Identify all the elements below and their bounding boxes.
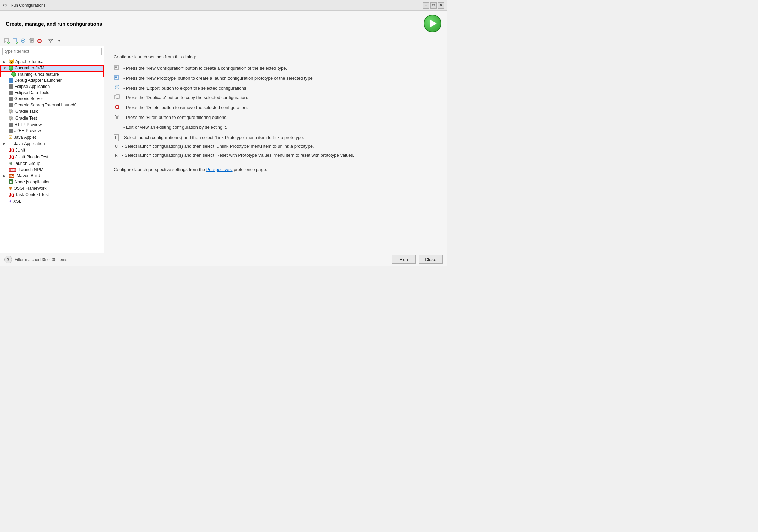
debug-adapter-icon	[9, 78, 13, 83]
perspectives-link[interactable]: Perspectives'	[206, 167, 233, 172]
unlink-help-icon: U	[114, 143, 119, 150]
cucumber-child-icon	[11, 72, 16, 77]
filter-input[interactable]	[2, 48, 102, 55]
new-config-help-icon	[114, 65, 121, 73]
tree-item-label: Task Context Test	[15, 192, 49, 197]
reset-help-icon: R	[114, 152, 119, 159]
filter-toolbar-btn[interactable]	[47, 37, 54, 45]
new-config-toolbar-btn[interactable]	[3, 37, 11, 45]
java-applet-icon: ☑	[9, 135, 13, 140]
junit-plugin-icon: Jü	[9, 154, 14, 160]
run-button[interactable]	[424, 15, 441, 32]
tree-item-java-app[interactable]: ▶ ☐ Java Application	[0, 140, 104, 147]
tree-item-gradle-task[interactable]: ▶ 🐘 Gradle Task	[0, 108, 104, 115]
new-prototype-toolbar-btn[interactable]	[11, 37, 19, 45]
delete-toolbar-btn[interactable]	[36, 37, 43, 45]
help-text-delete: - Press the 'Delete' button to remove th…	[123, 104, 248, 111]
expand-icon: ▼	[3, 66, 7, 70]
toolbar-sep-1	[45, 38, 45, 44]
duplicate-help-icon	[114, 94, 121, 103]
export-toolbar-btn[interactable]	[19, 37, 27, 45]
tree-item-j2ee-preview[interactable]: ▶ J2EE Preview	[0, 128, 104, 134]
tree-item-osgi[interactable]: ▶ ⊕ OSGi Framework	[0, 185, 104, 191]
help-text-duplicate: - Press the 'Duplicate' button to copy t…	[123, 94, 248, 101]
cucumber-icon	[9, 66, 13, 71]
tree-item-label: J2EE Preview	[14, 128, 41, 133]
help-text: Configure launch settings from this dial…	[114, 53, 437, 173]
help-text-edit: - Edit or view an existing configuration…	[123, 124, 227, 131]
tree-item-apache-tomcat[interactable]: ▶ 🐱 Apache Tomcat	[0, 58, 104, 65]
tree-item-java-applet[interactable]: ▶ ☑ Java Applet	[0, 134, 104, 140]
minimize-button[interactable]: ─	[423, 2, 429, 9]
left-panel: ▶ 🐱 Apache Tomcat ▼ Cucumber-JVM Trainin…	[0, 46, 104, 253]
tree-item-label: TrainingFunc1.feature	[17, 72, 59, 77]
link-help-icon: L	[114, 134, 119, 141]
dropdown-toolbar-btn[interactable]: ▾	[55, 37, 63, 45]
svg-rect-34	[116, 95, 119, 98]
tree-item-label: Node.js application	[15, 179, 51, 184]
tree-item-launch-npm[interactable]: ▶ npm Launch NPM	[0, 167, 104, 173]
new-config-icon	[4, 38, 10, 44]
help-text-export: - Press the 'Export' button to export th…	[123, 84, 248, 92]
tree-item-xsl[interactable]: ▶ ✦ XSL	[0, 198, 104, 204]
tree-item-label: JUnit Plug-in Test	[15, 155, 48, 159]
close-button[interactable]: Close	[419, 255, 443, 264]
osgi-icon: ⊕	[9, 186, 12, 191]
help-button[interactable]: ?	[4, 256, 12, 263]
expand-icon: ▶	[3, 142, 7, 145]
page-title: Create, manage, and run configurations	[6, 21, 102, 27]
help-row-new-proto: - Press the 'New Prototype' button to cr…	[114, 75, 437, 83]
tree-item-label: Gradle Test	[15, 116, 37, 121]
help-row-new-config: - Press the 'New Configuration' button t…	[114, 65, 437, 73]
generic-server-icon	[9, 97, 13, 101]
help-intro: Configure launch settings from this dial…	[114, 53, 437, 61]
tomcat-icon: 🐱	[9, 59, 14, 64]
tree-item-maven[interactable]: ▶ m2 Maven Build	[0, 173, 104, 179]
maximize-button[interactable]: □	[430, 2, 437, 9]
new-prototype-icon	[12, 38, 18, 44]
tree-item-http-preview[interactable]: ▶ HTTP Preview	[0, 122, 104, 128]
help-row-export: - Press the 'Export' button to export th…	[114, 84, 437, 93]
tree-item-eclipse-app[interactable]: ▶ Eclipse Application	[0, 83, 104, 90]
help-row-link: L - Select launch configuration(s) and t…	[114, 134, 437, 141]
tree-item-generic-server[interactable]: ▶ Generic Server	[0, 96, 104, 102]
help-text-new-proto: - Press the 'New Prototype' button to cr…	[123, 75, 314, 82]
tree-item-cucumber-jvm[interactable]: ▼ Cucumber-JVM	[0, 65, 104, 71]
duplicate-toolbar-btn[interactable]	[28, 37, 35, 45]
tree-item-training-func1[interactable]: TrainingFunc1.feature	[0, 71, 104, 77]
tree-item-nodejs[interactable]: ▶ n Node.js application	[0, 179, 104, 185]
gradle-task-icon: 🐘	[9, 109, 14, 114]
tree-item-label: Eclipse Data Tools	[14, 90, 49, 95]
task-context-icon: Jü	[9, 192, 14, 198]
tree-item-junit-plugin[interactable]: ▶ Jü JUnit Plug-in Test	[0, 154, 104, 160]
toolbar: ▾	[0, 35, 447, 46]
tree-item-debug-adapter[interactable]: ▶ Debug Adapter Launcher	[0, 77, 104, 83]
tree-item-label: Debug Adapter Launcher	[14, 78, 62, 83]
maven-icon: m2	[9, 174, 14, 178]
http-preview-icon	[9, 123, 13, 127]
close-window-button[interactable]: ✕	[438, 2, 444, 9]
run-footer-button[interactable]: Run	[392, 255, 416, 264]
filter-input-wrap	[0, 46, 104, 57]
help-row-filter: - Press the 'Filter' button to configure…	[114, 114, 437, 122]
filter-help-icon	[114, 114, 121, 122]
tree-item-eclipse-data[interactable]: ▶ Eclipse Data Tools	[0, 90, 104, 96]
tree-item-label: Java Applet	[14, 135, 36, 140]
tree-item-junit[interactable]: ▶ Jü JUnit	[0, 147, 104, 154]
tree-item-label: Launch Group	[13, 161, 40, 166]
help-text-new-config: - Press the 'New Configuration' button t…	[123, 65, 287, 72]
export-icon	[20, 38, 26, 44]
tree-item-label: XSL	[13, 199, 21, 204]
help-row-unlink: U - Select launch configuration(s) and t…	[114, 143, 437, 150]
tree-item-launch-group[interactable]: ▶ ⊞ Launch Group	[0, 160, 104, 167]
tree-item-task-context[interactable]: ▶ Jü Task Context Test	[0, 191, 104, 198]
main-content: ▶ 🐱 Apache Tomcat ▼ Cucumber-JVM Trainin…	[0, 46, 447, 253]
tree-item-label: OSGi Framework	[14, 186, 47, 191]
junit-icon: Jü	[9, 147, 14, 153]
tree-item-generic-server-ext[interactable]: ▶ Generic Server(External Launch)	[0, 102, 104, 108]
tree-item-gradle-test[interactable]: ▶ 🐘 Gradle Test	[0, 115, 104, 122]
generic-server-ext-icon	[9, 103, 13, 107]
filter-icon	[48, 38, 53, 44]
xsl-icon: ✦	[9, 199, 12, 204]
export-help-icon	[114, 85, 121, 93]
